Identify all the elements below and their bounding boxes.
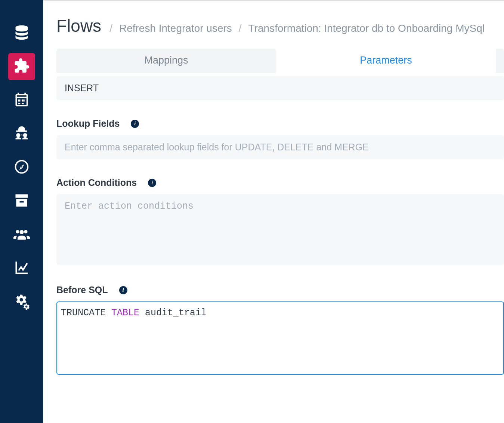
app-root: Flows / Refresh Integrator users / Trans… <box>0 0 504 423</box>
action-conditions-label-row: Action Conditions i <box>56 177 504 188</box>
sidebar-item-database[interactable] <box>8 19 35 46</box>
tab-mappings[interactable]: Mappings <box>56 49 276 73</box>
lookup-fields-input[interactable] <box>56 135 504 159</box>
breadcrumb-flow[interactable]: Refresh Integrator users <box>119 22 232 34</box>
sidebar-item-analytics[interactable] <box>8 255 35 282</box>
sidebar <box>0 0 43 423</box>
sidebar-item-users[interactable] <box>8 221 35 248</box>
before-sql-label-row: Before SQL i <box>56 285 504 295</box>
breadcrumb-transformation: Transformation: Integrator db to Onboard… <box>248 22 485 34</box>
lookup-fields-label-row: Lookup Fields i <box>56 118 504 129</box>
database-icon <box>13 24 30 42</box>
sidebar-item-agent[interactable] <box>8 120 35 147</box>
compass-icon <box>13 159 30 177</box>
sql-token: TRUNCATE <box>61 307 106 318</box>
breadcrumb-sep: / <box>239 22 242 34</box>
page-title: Flows <box>56 16 101 36</box>
sql-keyword: TABLE <box>111 307 139 318</box>
gears-icon <box>13 293 30 311</box>
sidebar-item-schedule[interactable] <box>8 87 35 114</box>
users-icon <box>13 226 30 244</box>
action-conditions-section: Action Conditions i <box>56 177 504 267</box>
info-icon[interactable]: i <box>148 179 156 187</box>
info-icon[interactable]: i <box>131 120 139 128</box>
breadcrumb-sep: / <box>109 22 112 34</box>
chart-line-icon <box>13 260 30 278</box>
breadcrumb: Flows / Refresh Integrator users / Trans… <box>56 16 504 36</box>
before-sql-label: Before SQL <box>56 285 108 295</box>
before-sql-editor[interactable]: TRUNCATE TABLE audit_trail <box>56 301 504 375</box>
action-conditions-input[interactable] <box>56 194 504 265</box>
before-sql-section: Before SQL i TRUNCATE TABLE audit_trail <box>56 285 504 375</box>
sidebar-item-explorer[interactable] <box>8 154 35 181</box>
main-content: Flows / Refresh Integrator users / Trans… <box>43 0 504 423</box>
sidebar-item-settings[interactable] <box>8 289 35 316</box>
archive-icon <box>13 192 30 210</box>
tab-edge <box>496 49 504 73</box>
puzzle-icon <box>13 58 30 76</box>
lookup-fields-label: Lookup Fields <box>56 118 120 129</box>
action-value-display[interactable]: INSERT <box>56 76 504 100</box>
sql-token: audit_trail <box>145 307 207 318</box>
calendar-icon <box>13 91 30 109</box>
lookup-fields-section: Lookup Fields i <box>56 118 504 159</box>
spy-icon <box>13 125 30 143</box>
tabs: Mappings Parameters <box>56 49 504 73</box>
action-conditions-label: Action Conditions <box>56 177 137 188</box>
sidebar-item-archive[interactable] <box>8 188 35 215</box>
tab-parameters[interactable]: Parameters <box>276 49 496 73</box>
info-icon[interactable]: i <box>119 286 127 294</box>
parameters-panel: INSERT Lookup Fields i Action Conditions… <box>56 76 504 375</box>
sidebar-item-flows[interactable] <box>8 53 35 80</box>
